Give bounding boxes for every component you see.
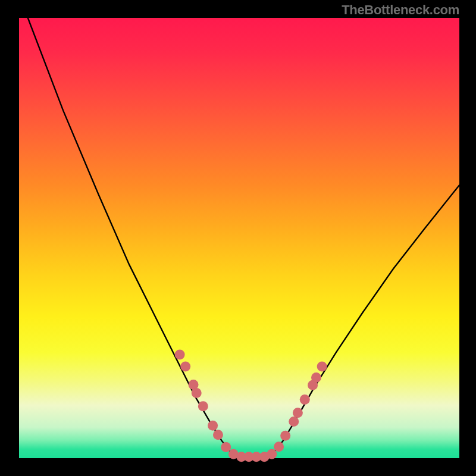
v-curve-path (28, 18, 459, 457)
data-marker (208, 421, 218, 431)
data-marker (221, 442, 231, 452)
data-marker (317, 362, 327, 372)
bottleneck-curve (28, 18, 459, 457)
attribution-text: TheBottleneck.com (342, 2, 459, 18)
data-marker (300, 394, 310, 405)
data-marker (198, 401, 208, 411)
data-marker (280, 431, 290, 441)
data-marker (311, 372, 321, 383)
data-marker (175, 350, 185, 360)
data-marker (274, 441, 284, 452)
data-marker (267, 449, 277, 459)
data-marker (293, 408, 303, 418)
curve-canvas (19, 18, 459, 458)
data-marker (289, 416, 299, 427)
data-marker (192, 388, 202, 398)
chart-frame: TheBottleneck.com (0, 0, 476, 476)
plot-area (19, 18, 459, 458)
data-marker (213, 430, 223, 440)
data-marker (180, 362, 190, 372)
